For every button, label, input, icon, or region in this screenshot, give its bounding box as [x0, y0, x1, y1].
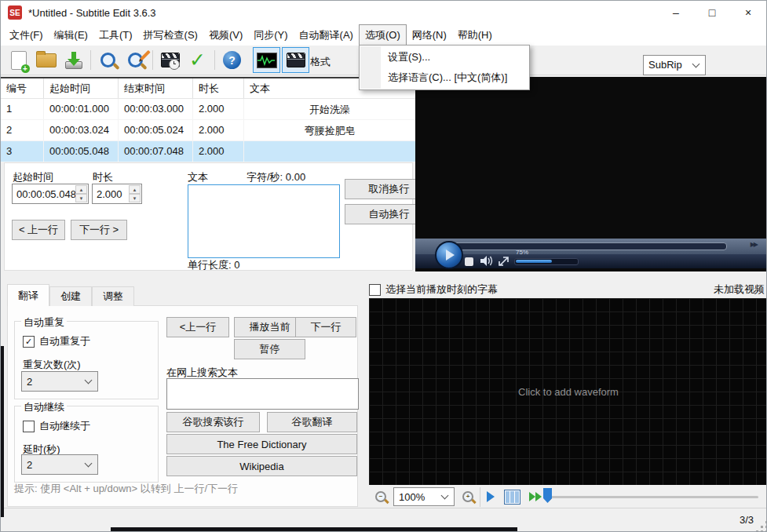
duration-label: 时长	[93, 170, 113, 184]
volume-slider[interactable]	[514, 258, 579, 265]
google-search-line-button[interactable]: 谷歌搜索该行	[166, 412, 260, 432]
position-slider-thumb[interactable]	[543, 488, 552, 503]
search-online-input[interactable]	[166, 378, 359, 410]
volume-fill	[516, 260, 552, 263]
stop-button[interactable]	[465, 257, 473, 266]
subtitle-list: 编号 起始时间 结束时间 时长 文本 1 00:00:01.000 00:00:…	[1, 77, 415, 158]
fullscreen-icon[interactable]	[499, 256, 510, 266]
menu-auto-translate[interactable]: 自动翻译(A)	[294, 24, 359, 46]
waveform-placeholder[interactable]: Click to add waveform	[518, 386, 619, 398]
maximize-button[interactable]: □	[694, 1, 730, 24]
spinner-buttons[interactable]: ▲ ▼	[75, 185, 87, 202]
waveform-icon	[257, 53, 277, 68]
menu-edit[interactable]: 编辑(E)	[49, 24, 93, 46]
open-file-button[interactable]	[33, 48, 59, 72]
play-icon	[446, 250, 455, 261]
spell-check-button[interactable]: ✓	[184, 48, 210, 72]
menu-network[interactable]: 网络(N)	[407, 24, 452, 46]
save-button[interactable]	[60, 48, 86, 72]
fast-forward-icon[interactable]	[528, 491, 544, 502]
play-icon[interactable]	[487, 491, 495, 502]
bottom-tab-bar: 翻译 创建 调整	[7, 285, 134, 306]
table-row[interactable]: 2 00:00:03.024 00:00:05.024 2.000 弯腰捡肥皂	[1, 120, 415, 141]
table-row[interactable]: 1 00:00:01.000 00:00:03.000 2.000 开始洗澡	[1, 99, 415, 120]
column-end-time[interactable]: 结束时间	[119, 78, 193, 98]
tab-translate[interactable]: 翻译	[7, 284, 49, 306]
app-icon: SE	[8, 5, 22, 20]
open-folder-icon	[36, 53, 57, 67]
next-line-button[interactable]: 下一行	[295, 317, 356, 337]
position-slider-track[interactable]	[551, 496, 758, 498]
play-button[interactable]	[435, 241, 463, 269]
line-length-label: 单行长度: 0	[188, 258, 239, 272]
previous-line-button[interactable]: <上一行	[166, 317, 229, 337]
table-row-selected[interactable]: 3 00:00:05.048 00:00:07.048 2.000	[1, 141, 415, 162]
forward-icon[interactable]: ▶▶	[751, 241, 757, 248]
column-number[interactable]: 编号	[1, 78, 44, 98]
new-file-button[interactable]: +	[5, 48, 31, 72]
spinner-buttons[interactable]: ▲ ▼	[129, 185, 141, 202]
spin-up-icon: ▲	[75, 185, 87, 194]
tab-create[interactable]: 创建	[49, 286, 92, 306]
tab-adjust[interactable]: 调整	[92, 286, 134, 306]
video-columns-icon[interactable]	[504, 490, 520, 505]
format-combobox[interactable]: SubRip	[643, 55, 706, 75]
video-player[interactable]: ◀◀ ▶▶ 75%	[415, 77, 767, 271]
toggle-video-button[interactable]	[282, 47, 309, 73]
menu-options-label: 选项(O)	[365, 28, 400, 42]
start-time-spinner[interactable]: 00:00:05.048 ▲ ▼	[12, 184, 89, 204]
menu-bar: 文件(F) 编辑(E) 工具(T) 拼写检查(S) 视频(V) 同步(Y) 自动…	[1, 24, 766, 46]
checkbox-checked-icon[interactable]: ✓	[23, 336, 35, 348]
menu-item-settings[interactable]: 设置(S)...	[360, 47, 529, 67]
auto-repeat-checkbox[interactable]: ✓ 自动重复于	[23, 334, 90, 348]
menu-spellcheck[interactable]: 拼写检查(S)	[138, 24, 203, 46]
free-dictionary-button[interactable]: The Free Dictionary	[166, 434, 357, 454]
previous-line-button[interactable]: < 上一行	[12, 220, 65, 240]
zoom-level-combobox[interactable]: 100%	[393, 487, 455, 506]
duration-spinner[interactable]: 2.000 ▲ ▼	[92, 184, 142, 204]
auto-continue-checkbox[interactable]: 自动继续于	[23, 419, 90, 433]
fix-common-errors-button[interactable]	[157, 48, 183, 72]
menu-file[interactable]: 文件(F)	[4, 24, 49, 46]
zoom-in-icon[interactable]: +	[462, 491, 473, 502]
column-start-time[interactable]: 起始时间	[44, 78, 119, 98]
checkbox-unchecked-icon[interactable]	[369, 284, 381, 296]
menu-options[interactable]: 选项(O) 设置(S)... 选择语言(C)... [中文(简体)]	[359, 24, 407, 46]
toggle-waveform-button[interactable]	[253, 47, 280, 73]
menu-help[interactable]: 帮助(H)	[452, 24, 498, 46]
menu-item-choose-language[interactable]: 选择语言(C)... [中文(简体)]	[360, 67, 529, 88]
subtitle-text-area[interactable]	[188, 184, 340, 258]
menu-tools[interactable]: 工具(T)	[93, 24, 138, 46]
volume-icon[interactable]	[480, 255, 494, 267]
select-current-subtitle-checkbox[interactable]: 选择当前播放时刻的字幕	[369, 282, 498, 297]
toolbar-separator	[152, 50, 153, 70]
checkbox-unchecked-icon[interactable]	[23, 421, 35, 432]
toolbar-separator	[214, 50, 215, 70]
find-button[interactable]	[95, 48, 121, 72]
minimize-button[interactable]: –	[658, 1, 694, 24]
wikipedia-button[interactable]: Wikipedia	[166, 456, 357, 476]
waveform-area[interactable]: Click to add waveform	[369, 298, 767, 485]
google-translate-button[interactable]: 谷歌翻译	[267, 412, 357, 432]
search-icon	[100, 53, 115, 67]
toolbar-separator	[480, 487, 480, 507]
help-button[interactable]: ?	[219, 48, 245, 72]
pause-button[interactable]: 暂停	[234, 339, 305, 359]
repeat-count-combobox[interactable]: 2	[21, 371, 98, 392]
menu-sync[interactable]: 同步(Y)	[248, 24, 293, 46]
format-value: SubRip	[648, 59, 682, 71]
desktop-edge-artifact	[1, 346, 4, 517]
delay-combobox[interactable]: 2	[21, 454, 98, 475]
column-duration[interactable]: 时长	[193, 78, 244, 98]
chevron-down-icon	[441, 492, 449, 500]
next-line-button[interactable]: 下一行 >	[71, 220, 127, 240]
menu-video[interactable]: 视频(V)	[203, 24, 248, 46]
replace-button[interactable]	[122, 48, 148, 72]
close-button[interactable]: ×	[730, 1, 766, 24]
save-icon	[65, 52, 82, 69]
resize-grip[interactable]	[761, 526, 763, 528]
seek-track[interactable]	[452, 242, 727, 250]
spell-check-icon: ✓	[189, 50, 206, 70]
spin-up-icon: ▲	[129, 185, 141, 194]
zoom-out-icon[interactable]: −	[375, 491, 386, 502]
